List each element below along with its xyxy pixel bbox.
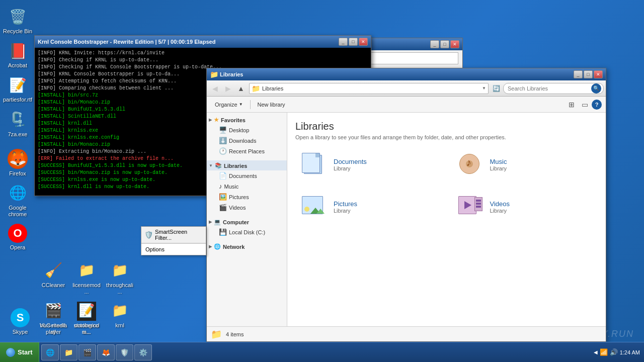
- nav-pictures[interactable]: 🖼️ Pictures: [207, 192, 287, 202]
- content-header: Libraries Open a library to see your fil…: [295, 121, 598, 140]
- new-library-button[interactable]: New library: [254, 98, 289, 111]
- search-button[interactable]: 🔍: [591, 83, 601, 94]
- nav-favorites-section: ▶ ★ Favorites 🖥️ Desktop ⬇️ Downloads 🕐: [207, 113, 287, 158]
- nav-libraries-section: ▼ 📚 Libraries 📄 Documents ♪ Music 🖼️: [207, 158, 287, 215]
- desktop-icon-ccleaner[interactable]: 🧹 CCleaner: [38, 259, 69, 297]
- console-title: Krnl Console Bootstrapper - Rewrite Edit…: [38, 39, 337, 45]
- nav-network-header[interactable]: ▶ 🌐 Network: [207, 241, 287, 251]
- change-view-button[interactable]: ⊞: [566, 99, 578, 111]
- start-button[interactable]: Start: [0, 342, 39, 362]
- desktop-icon-chrome[interactable]: 🌐 Google chrome: [0, 182, 35, 219]
- videos-name: Videos: [490, 200, 510, 208]
- address-bar[interactable]: 📁 Libraries ▼: [249, 83, 489, 94]
- nav-music[interactable]: ♪ Music: [207, 181, 287, 192]
- nav-local-disk[interactable]: 💾 Local Disk (C:): [207, 227, 287, 237]
- music-nav-icon: ♪: [219, 183, 222, 190]
- computer-triangle: ▶: [209, 220, 212, 224]
- browser-controls: _ □ ✕: [430, 40, 459, 48]
- favorites-text: Favorites: [221, 117, 246, 123]
- tray-arrow[interactable]: ◀: [594, 349, 598, 355]
- nav-videos-label: Videos: [229, 205, 246, 211]
- nav-downloads[interactable]: ⬇️ Downloads: [207, 135, 287, 146]
- 7za-label: 7za.exe: [8, 131, 28, 138]
- nav-videos[interactable]: 🎬 Videos: [207, 202, 287, 213]
- nav-documents[interactable]: 📄 Documents: [207, 170, 287, 181]
- console-maximize-btn[interactable]: □: [349, 38, 358, 46]
- refresh-button[interactable]: 🔄: [491, 83, 502, 94]
- desktop-icon-throughcali[interactable]: 📁 throughcali...: [104, 259, 135, 297]
- organize-button[interactable]: Organize ▼: [211, 98, 247, 111]
- desktop-icon-licensemod[interactable]: 📁 licensemod...: [71, 259, 102, 297]
- back-button[interactable]: ◀: [209, 82, 221, 95]
- libraries-toolbar: ◀ ▶ ▲ 📁 Libraries ▼ 🔄 🔍: [207, 80, 606, 97]
- help-button[interactable]: ?: [592, 100, 602, 110]
- desktop-icons-left: 🗑️ Recycle Bin 📕 Acrobat 📝 partiesfor.rt…: [0, 0, 35, 253]
- status-item-count: 4 items: [226, 331, 244, 337]
- tray-time: 1:24 AM: [620, 349, 640, 355]
- desktop-icon-krnl[interactable]: 📁 krnl: [104, 299, 135, 337]
- krnl-label: krnl: [115, 322, 124, 329]
- preview-pane-button[interactable]: ▭: [579, 99, 591, 111]
- browser-maximize-btn[interactable]: □: [440, 40, 449, 48]
- search-box[interactable]: 🔍: [503, 83, 604, 94]
- search-input[interactable]: [508, 85, 590, 92]
- browser-close-btn[interactable]: ✕: [450, 40, 459, 48]
- libraries-minimize-btn[interactable]: _: [574, 70, 583, 78]
- taskbar-media[interactable]: 🎬: [78, 344, 96, 360]
- desktop-icon-7za[interactable]: 🗜️ 7za.exe: [0, 108, 35, 139]
- documents-nav-icon: 📄: [219, 172, 227, 179]
- desktop-icon-acrobat[interactable]: 📕 Acrobat: [0, 39, 35, 70]
- pictures-library-item[interactable]: Pictures Library: [295, 191, 442, 223]
- libraries-maximize-btn[interactable]: □: [584, 70, 593, 78]
- taskbar-folder-icon: 📁: [64, 348, 73, 356]
- taskbar-folder[interactable]: 📁: [60, 344, 77, 360]
- music-type: Library: [490, 165, 507, 171]
- tray-volume-icon: 🔊: [610, 348, 618, 356]
- taskbar-security[interactable]: 🛡️: [116, 344, 133, 360]
- up-button[interactable]: ▲: [235, 82, 247, 95]
- taskbar-settings-icon: ⚙️: [139, 348, 147, 356]
- music-library-item[interactable]: ♪ Music Library: [452, 148, 598, 180]
- nav-documents-label: Documents: [229, 173, 257, 179]
- smartscreen-label[interactable]: SmartScreen Filter...: [155, 229, 203, 241]
- taskbar-ie[interactable]: 🌐: [41, 344, 59, 360]
- forward-button[interactable]: ▶: [222, 82, 234, 95]
- nav-recent-label: Recent Places: [229, 148, 265, 154]
- desktop-icon-recycle-bin[interactable]: 🗑️ Recycle Bin: [0, 5, 35, 36]
- console-line: [INFO] Checking if KRNL is up-to-date...: [38, 57, 368, 64]
- nav-local-disk-label: Local Disk (C:): [229, 229, 265, 235]
- libraries-close-btn[interactable]: ✕: [594, 70, 603, 78]
- firefox-label: Firefox: [9, 170, 26, 177]
- cmd-separator: [250, 100, 251, 109]
- options-item[interactable]: Options: [141, 244, 206, 255]
- desktop-icons-row-vlc: 🎬 VLC media player 📝 octobercom... 📁 krn…: [38, 299, 135, 337]
- address-dropdown-arrow[interactable]: ▼: [482, 86, 486, 90]
- desktop-icon-octobercom[interactable]: 📝 octobercom...: [71, 299, 102, 337]
- nav-desktop[interactable]: 🖥️ Desktop: [207, 125, 287, 135]
- documents-icon-wrapper: [298, 151, 329, 177]
- desktop-icon-firefox[interactable]: 🦊 Firefox: [0, 147, 35, 178]
- desktop-icon-word[interactable]: 📝 partiesfor.rtf: [0, 73, 35, 105]
- console-close-btn[interactable]: ✕: [359, 38, 368, 46]
- nav-favorites-header[interactable]: ▶ ★ Favorites: [207, 115, 287, 125]
- taskbar-firefox[interactable]: 🦊: [97, 344, 115, 360]
- documents-library-item[interactable]: Documents Library: [295, 148, 442, 180]
- organize-label: Organize: [215, 102, 237, 108]
- desktop-icon-skype[interactable]: S Skype: [5, 307, 35, 337]
- taskbar-settings[interactable]: ⚙️: [134, 344, 152, 360]
- console-minimize-btn[interactable]: _: [339, 38, 348, 46]
- music-name: Music: [490, 158, 507, 165]
- nav-computer-header[interactable]: ▶ 💻 Computer: [207, 217, 287, 227]
- pictures-icon-wrapper: [298, 194, 329, 220]
- nav-recent-places[interactable]: 🕐 Recent Places: [207, 146, 287, 156]
- browser-minimize-btn[interactable]: _: [430, 40, 439, 48]
- skype-label: Skype: [13, 329, 28, 335]
- nav-libraries-header[interactable]: ▼ 📚 Libraries: [207, 160, 287, 170]
- desktop-icon-vlc[interactable]: 🎬 VLC media player: [38, 299, 69, 337]
- videos-library-item[interactable]: Videos Library: [452, 191, 598, 223]
- status-folder-icon: 📁: [211, 329, 222, 340]
- nav-downloads-label: Downloads: [229, 138, 256, 144]
- desktop-icon-opera[interactable]: O Opera: [0, 222, 35, 252]
- favorites-label: ★: [214, 117, 219, 123]
- network-triangle: ▶: [209, 244, 212, 249]
